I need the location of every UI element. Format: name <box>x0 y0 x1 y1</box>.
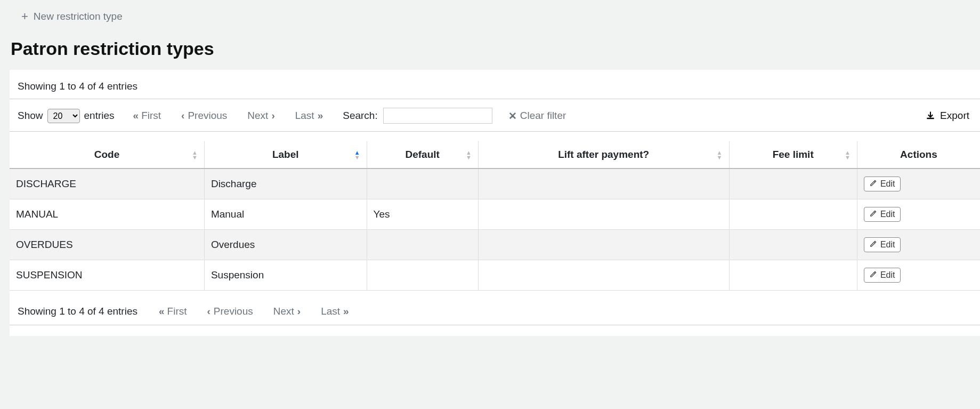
cell-label: Manual <box>204 199 367 230</box>
table-info-bottom: Showing 1 to 4 of 4 entries <box>18 306 137 317</box>
cell-actions: Edit <box>857 230 980 260</box>
export-label: Export <box>940 110 969 122</box>
cell-fee-limit <box>729 169 857 199</box>
chevron-double-left-icon: « <box>159 306 162 317</box>
edit-button[interactable]: Edit <box>864 207 901 222</box>
column-header-label: Default <box>406 149 440 160</box>
sort-icon: ▲▼ <box>845 150 851 159</box>
pencil-icon <box>870 240 877 250</box>
cell-actions: Edit <box>857 169 980 199</box>
column-header-label: Lift after payment? <box>558 149 649 160</box>
entries-per-page-select[interactable]: 102050100 <box>47 109 80 123</box>
column-header-label[interactable]: Label▲▼ <box>204 141 367 169</box>
cell-fee-limit <box>729 260 857 291</box>
search-label: Search: <box>343 110 377 122</box>
pager-next-top[interactable]: Next › <box>247 110 274 122</box>
chevron-double-left-icon: « <box>133 110 136 122</box>
pager-next-label: Next <box>247 110 268 122</box>
new-restriction-type-label: New restriction type <box>34 11 123 22</box>
pager-previous-top[interactable]: ‹ Previous <box>181 110 227 122</box>
restriction-types-table: Code▲▼Label▲▼Default▲▼Lift after payment… <box>10 141 980 291</box>
clear-filter-button[interactable]: ✕ Clear filter <box>508 110 566 122</box>
chevron-left-icon: ‹ <box>181 110 184 122</box>
cell-code: MANUAL <box>10 199 204 230</box>
cell-default <box>367 169 478 199</box>
cell-lift-after-payment <box>478 199 729 230</box>
column-header-label: Actions <box>900 149 937 160</box>
restriction-types-panel: Showing 1 to 4 of 4 entries Show 1020501… <box>10 70 980 336</box>
cell-fee-limit <box>729 199 857 230</box>
page-title: Patron restriction types <box>11 38 980 59</box>
cell-fee-limit <box>729 230 857 260</box>
clear-filter-label: Clear filter <box>520 110 566 122</box>
pager-first-label: First <box>167 306 187 317</box>
cell-actions: Edit <box>857 199 980 230</box>
sort-icon: ▲▼ <box>466 150 472 159</box>
pager-previous-bottom[interactable]: ‹ Previous <box>207 306 253 317</box>
pager-first-top[interactable]: « First <box>133 110 161 122</box>
pager-previous-label: Previous <box>214 306 253 317</box>
pager-next-bottom[interactable]: Next › <box>273 306 301 317</box>
download-icon <box>925 110 936 121</box>
cell-default <box>367 230 478 260</box>
cell-actions: Edit <box>857 260 980 291</box>
search-input[interactable] <box>383 108 492 124</box>
chevron-right-icon: › <box>271 110 274 122</box>
table-info-top: Showing 1 to 4 of 4 entries <box>18 81 137 92</box>
table-row: OVERDUESOverduesEdit <box>10 230 980 260</box>
edit-button-label: Edit <box>880 270 895 280</box>
cell-lift-after-payment <box>478 169 729 199</box>
cell-lift-after-payment <box>478 230 729 260</box>
pager-last-bottom[interactable]: Last » <box>321 306 349 317</box>
cell-label: Suspension <box>204 260 367 291</box>
column-header-lift-after-payment[interactable]: Lift after payment?▲▼ <box>478 141 729 169</box>
pager-next-label: Next <box>273 306 294 317</box>
length-show-label: Show <box>18 110 43 122</box>
edit-button[interactable]: Edit <box>864 268 901 283</box>
cell-code: DISCHARGE <box>10 169 204 199</box>
edit-button-label: Edit <box>880 240 895 250</box>
cell-default: Yes <box>367 199 478 230</box>
chevron-double-right-icon: » <box>343 306 346 317</box>
cell-default <box>367 260 478 291</box>
length-entries-label: entries <box>84 110 115 122</box>
cell-label: Overdues <box>204 230 367 260</box>
cell-code: SUSPENSION <box>10 260 204 291</box>
pager-last-label: Last <box>295 110 314 122</box>
table-controls-top: Show 102050100 entries « First ‹ Previou… <box>10 106 980 132</box>
column-header-fee-limit[interactable]: Fee limit▲▼ <box>729 141 857 169</box>
column-header-label: Code <box>94 149 120 160</box>
column-header-actions: Actions <box>857 141 980 169</box>
sort-icon: ▲▼ <box>354 150 360 159</box>
cell-lift-after-payment <box>478 260 729 291</box>
sort-icon: ▲▼ <box>192 150 198 159</box>
table-row: MANUALManualYesEdit <box>10 199 980 230</box>
pager-last-label: Last <box>321 306 340 317</box>
column-header-default[interactable]: Default▲▼ <box>367 141 478 169</box>
chevron-left-icon: ‹ <box>207 306 210 317</box>
cell-code: OVERDUES <box>10 230 204 260</box>
column-header-code[interactable]: Code▲▼ <box>10 141 204 169</box>
edit-button[interactable]: Edit <box>864 177 901 191</box>
column-header-label: Label <box>272 149 299 160</box>
pencil-icon <box>870 179 877 189</box>
pager-first-label: First <box>141 110 161 122</box>
table-controls-bottom: Showing 1 to 4 of 4 entries « First ‹ Pr… <box>10 294 980 325</box>
x-icon: ✕ <box>508 110 517 122</box>
column-header-label: Fee limit <box>773 149 814 160</box>
pager-first-bottom[interactable]: « First <box>159 306 187 317</box>
table-row: DISCHARGEDischargeEdit <box>10 169 980 199</box>
pencil-icon <box>870 210 877 219</box>
export-button[interactable]: Export <box>925 110 969 122</box>
edit-button-label: Edit <box>880 179 895 189</box>
chevron-double-right-icon: » <box>318 110 321 122</box>
sort-icon: ▲▼ <box>717 150 723 159</box>
pager-previous-label: Previous <box>188 110 227 122</box>
edit-button[interactable]: Edit <box>864 237 901 252</box>
edit-button-label: Edit <box>880 210 895 219</box>
pencil-icon <box>870 270 877 280</box>
table-row: SUSPENSIONSuspensionEdit <box>10 260 980 291</box>
new-restriction-type-button[interactable]: + New restriction type <box>21 11 123 22</box>
pager-last-top[interactable]: Last » <box>295 110 323 122</box>
cell-label: Discharge <box>204 169 367 199</box>
